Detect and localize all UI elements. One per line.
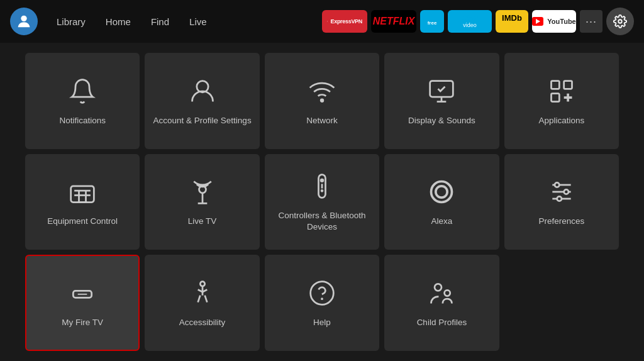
tile-controllers-label: Controllers & Bluetooth Devices [271,210,373,232]
svg-point-38 [445,290,450,296]
svg-point-29 [564,190,568,194]
tile-equipment-label: Equipment Control [47,216,118,227]
child-profiles-icon [426,278,457,308]
svg-point-28 [555,183,559,187]
tile-applications-label: Applications [538,115,584,126]
tile-childprofiles-label: Child Profiles [417,317,467,328]
app-bar: ExpressVPN NETFLIX free primevideo IMDb … [322,8,634,35]
tile-child-profiles[interactable]: Child Profiles [384,255,499,351]
tile-alexa-label: Alexa [431,216,453,227]
svg-point-0 [21,16,26,21]
tile-help-label: Help [313,317,331,328]
svg-point-35 [311,282,334,305]
tile-alexa[interactable]: Alexa [384,154,499,250]
tile-controllers-bluetooth[interactable]: Controllers & Bluetooth Devices [265,154,379,250]
nav-home[interactable]: Home [97,13,140,31]
tile-account-profile[interactable]: Account & Profile Settings [145,53,259,149]
tile-help[interactable]: Help [265,255,379,351]
nav-live[interactable]: Live [180,13,216,31]
app-primevideo[interactable]: primevideo [448,10,492,33]
person-icon [187,76,218,106]
svg-rect-8 [551,81,559,89]
svg-rect-9 [564,81,572,89]
accessibility-icon [187,278,218,308]
svg-point-4 [618,19,622,23]
sliders-icon [547,177,577,207]
tile-account-label: Account & Profile Settings [153,115,252,126]
tile-preferences-label: Preferences [538,216,584,227]
tile-applications[interactable]: Applications [504,53,619,149]
svg-point-22 [321,191,323,192]
tile-accessibility-label: Accessibility [179,317,226,328]
firetv-icon [67,278,97,308]
alexa-icon [426,177,457,207]
settings-grid: Notifications Account & Profile Settings… [0,43,644,361]
nav-find[interactable]: Find [142,13,178,31]
settings-button[interactable] [606,8,634,35]
svg-point-20 [321,179,323,182]
navbar: Library Home Find Live ExpressVPN NETFLI… [0,0,644,43]
tile-accessibility[interactable]: Accessibility [145,255,259,351]
tile-livetv-label: Live TV [188,216,217,227]
nav-links: Library Home Find Live [48,13,216,31]
antenna-icon [187,177,218,207]
svg-text:free: free [428,20,437,26]
tile-network-label: Network [306,115,338,126]
tile-equipment-control[interactable]: Equipment Control [25,154,140,250]
svg-rect-10 [551,93,559,101]
tile-display-sounds[interactable]: Display & Sounds [384,53,499,149]
svg-point-23 [431,182,452,203]
svg-point-37 [435,284,441,291]
tile-notifications-label: Notifications [59,115,106,126]
nav-library[interactable]: Library [48,13,94,31]
tv-icon [67,177,97,207]
tile-myfiretv-label: My Fire TV [62,317,103,328]
wifi-icon [307,76,337,106]
app-netflix[interactable]: NETFLIX [371,10,416,33]
app-imdb[interactable]: IMDb TV [496,10,528,33]
display-icon [426,76,457,106]
remote-icon [307,171,337,201]
tile-notifications[interactable]: Notifications [25,53,140,149]
tile-preferences[interactable]: Preferences [504,154,619,250]
more-apps-button[interactable]: ··· [580,10,602,33]
app-freevee[interactable]: free [420,10,444,33]
app-youtube[interactable]: YouTube [532,10,576,33]
netflix-label: NETFLIX [373,16,415,27]
help-icon [307,278,337,308]
tile-live-tv[interactable]: Live TV [145,154,259,250]
avatar[interactable] [10,8,38,35]
apps-icon [547,76,577,106]
tile-network[interactable]: Network [265,53,379,149]
svg-point-33 [200,282,204,286]
bell-icon [67,76,97,106]
app-expressvpn[interactable]: ExpressVPN [322,10,367,33]
svg-point-6 [321,99,323,101]
svg-point-30 [557,197,561,201]
tile-display-label: Display & Sounds [408,115,475,126]
svg-rect-11 [71,186,94,203]
svg-point-24 [436,186,447,197]
tile-my-fire-tv[interactable]: My Fire TV [25,255,140,351]
